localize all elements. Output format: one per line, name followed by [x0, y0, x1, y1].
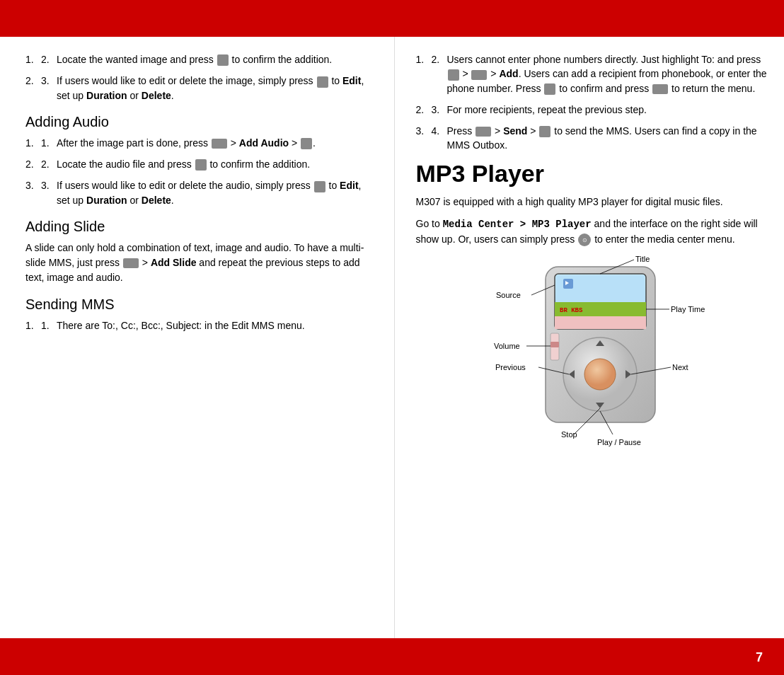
adding-audio-list: 1. After the image part is done, press >…	[25, 136, 377, 207]
list-item: 3. For more recipients, repeat the previ…	[416, 103, 768, 117]
list-item-text: There are To:, Cc:, Bcc:, Subject: in th…	[57, 318, 377, 333]
list-item: 2. Locate the wanted image and press to …	[25, 52, 377, 67]
svg-rect-9	[550, 342, 559, 347]
svg-text:Play / Pause: Play / Pause	[597, 438, 641, 446]
button-icon	[652, 84, 668, 94]
list-item: 3. If users would like to edit or delete…	[25, 178, 377, 207]
button-icon	[448, 69, 459, 81]
left-column: 2. Locate the wanted image and press to …	[0, 37, 395, 638]
svg-point-11	[584, 359, 616, 390]
mp3-player-heading: MP3 Player	[416, 160, 768, 188]
media-center-button: ⊙	[578, 233, 591, 246]
button-icon	[314, 181, 325, 192]
button-icon	[123, 258, 139, 268]
list-number: 2.	[432, 52, 447, 96]
svg-text:BR    KBS: BR KBS	[560, 307, 583, 314]
list-number: 4.	[432, 124, 447, 153]
button-icon	[195, 159, 207, 171]
list-item: 2. Locate the audio file and press to co…	[25, 157, 377, 171]
button-icon	[475, 127, 491, 137]
list-number: 3.	[432, 103, 447, 117]
mp3-diagram-svg: BR KBS	[492, 254, 705, 452]
button-icon	[544, 83, 555, 95]
right-column: 2. Users cannot enter phone numbers dire…	[395, 37, 785, 638]
adding-slide-body: A slide can only hold a combination of t…	[25, 241, 377, 285]
list-item: 2. Users cannot enter phone numbers dire…	[416, 52, 768, 96]
content-area: 2. Locate the wanted image and press to …	[0, 37, 784, 638]
list-item-text: After the image part is done, press > Ad…	[57, 136, 377, 150]
button-icon	[471, 70, 487, 80]
button-icon	[217, 54, 229, 66]
svg-rect-7	[555, 316, 646, 329]
list-number: 2.	[41, 52, 57, 67]
list-item-text: Users cannot enter phone numbers directl…	[447, 52, 768, 96]
list-item: 4. Press > Send > to send the MMS. Users…	[416, 124, 768, 153]
sending-mms-heading: Sending MMS	[25, 296, 377, 313]
list-number: 3.	[41, 178, 57, 207]
sending-mms-list: 1. There are To:, Cc:, Bcc:, Subject: in…	[25, 318, 377, 333]
list-item-text: Locate the wanted image and press to con…	[57, 52, 377, 67]
page-number: 7	[756, 650, 763, 665]
svg-text:Previous: Previous	[495, 363, 526, 371]
list-number: 1.	[41, 136, 57, 150]
list-item-text: If users would like to edit or delete th…	[57, 178, 377, 207]
list-item: 3. If users would like to edit or delete…	[25, 74, 377, 103]
list-item-text: For more recipients, repeat the previous…	[447, 103, 768, 117]
list-number: 1.	[41, 318, 57, 333]
list-number: 2.	[41, 157, 57, 171]
list-item: 1. After the image part is done, press >…	[25, 136, 377, 150]
svg-text:Title: Title	[635, 255, 650, 263]
button-icon	[317, 76, 328, 88]
mp3-intro2: Go to Media Center > MP3 Player and the …	[416, 217, 768, 247]
list-item-text: Press > Send > to send the MMS. Users ca…	[447, 124, 768, 153]
button-icon	[301, 138, 312, 149]
image-section-list: 2. Locate the wanted image and press to …	[25, 52, 377, 103]
adding-slide-heading: Adding Slide	[25, 219, 377, 235]
list-item-text: Locate the audio file and press to confi…	[57, 157, 377, 171]
list-number: 3.	[41, 74, 57, 103]
list-item: 1. There are To:, Cc:, Bcc:, Subject: in…	[25, 318, 377, 333]
button-icon	[212, 139, 227, 149]
svg-text:Play Time: Play Time	[671, 305, 705, 313]
sending-mms-continued-list: 2. Users cannot enter phone numbers dire…	[416, 52, 768, 153]
mp3-intro1: M307 is equipped with a high quality MP3…	[416, 195, 768, 209]
adding-audio-heading: Adding Audio	[25, 114, 377, 130]
svg-rect-3	[563, 279, 573, 289]
svg-text:Source: Source	[496, 291, 521, 299]
top-red-bar	[0, 0, 784, 37]
svg-text:Stop: Stop	[561, 430, 577, 439]
list-item-text: If users would like to edit or delete th…	[57, 74, 377, 103]
mp3-media-center-text: Media Center > MP3 Player	[443, 219, 592, 230]
svg-text:Next: Next	[672, 363, 688, 371]
mp3-diagram: BR KBS	[492, 254, 691, 445]
svg-text:Volume: Volume	[494, 342, 520, 350]
button-icon	[539, 126, 550, 137]
bottom-red-bar: 7	[0, 638, 784, 675]
